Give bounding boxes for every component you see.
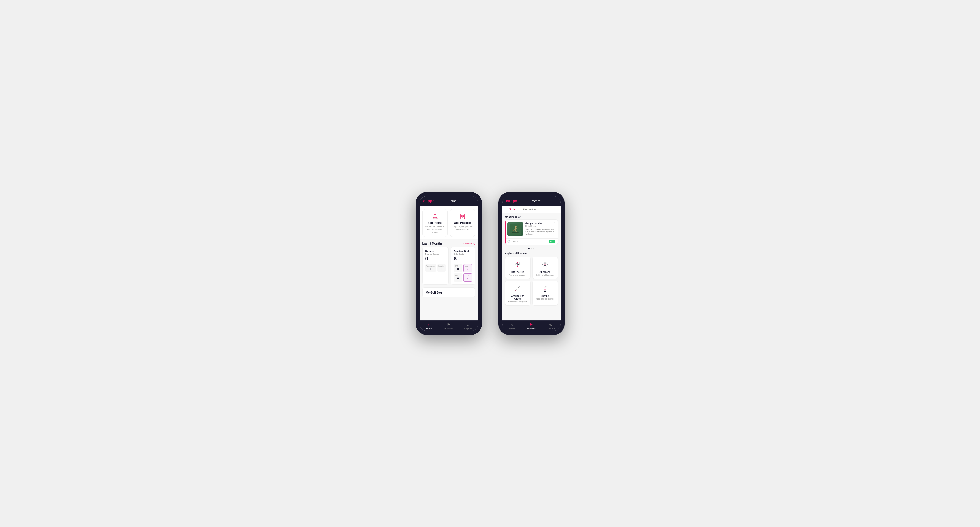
phone-home: clippd Home Add Round Record your shot (416, 192, 482, 335)
drill-title: Wedge Ladder (525, 222, 542, 225)
putting-title: Putting (535, 295, 555, 297)
nav-capture-label-2: Capture (547, 327, 555, 330)
add-round-title: Add Round (425, 221, 445, 224)
around-green-desc: Hone your short game (508, 301, 528, 303)
dot-2 (531, 248, 532, 249)
shots-label: 🕐 9 shots (508, 240, 518, 243)
add-practice-icon (459, 213, 466, 220)
skill-approach[interactable]: Approach Dial-in to hit the green (532, 257, 558, 279)
svg-line-47 (545, 287, 546, 287)
nav-home-label: Home (426, 327, 432, 330)
skill-putting[interactable]: Putting Make and lag practice (532, 281, 558, 306)
approach-icon (541, 260, 549, 269)
arg-label: ARG (455, 275, 461, 276)
putt-value: 4 (465, 277, 471, 280)
add-round-card[interactable]: Add Round Record your shots in fast or e… (422, 209, 448, 237)
drill-card-inner: Wedge Ladder 50–100 yds ☆ Play 1 shot at… (505, 220, 558, 238)
rounds-grid: Tournament 0 Practice 0 (425, 264, 445, 272)
nav-capture-2[interactable]: ⊕ Capture (541, 322, 561, 330)
page-title-practice: Practice (530, 199, 541, 203)
tabs-bar: Drills Favourites (502, 206, 561, 213)
svg-point-48 (547, 286, 547, 287)
around-green-title: Around The Green (508, 295, 528, 300)
nav-activities[interactable]: ⚑ Activities (439, 322, 458, 330)
drill-title-row: Wedge Ladder 50–100 yds ☆ (525, 222, 555, 228)
putting-desc: Make and lag practice (535, 298, 555, 300)
svg-point-24 (516, 263, 517, 264)
tab-drills[interactable]: Drills (506, 206, 519, 213)
svg-point-42 (544, 289, 546, 290)
rounds-box: Rounds Rounds Capture 0 Tournament 0 Pra… (422, 247, 449, 285)
practice-drills-title: Practice Drills (454, 250, 472, 252)
drills-total: 8 (454, 256, 472, 262)
tournament-value: 0 (426, 267, 435, 271)
svg-point-23 (517, 262, 518, 263)
ott-cell: OTT 0 (454, 264, 462, 272)
putting-icon-area (535, 284, 555, 294)
stats-container: Rounds Rounds Capture 0 Tournament 0 Pra… (420, 247, 478, 287)
home-icon: ⌂ (428, 322, 430, 327)
view-activity-link[interactable]: View Activity (463, 242, 475, 245)
drills-capture-label: Drills Capture (454, 253, 472, 255)
activities-icon: ⚑ (447, 322, 450, 327)
bottom-nav-practice: ⌂ Home ⚑ Activities ⊕ Capture (502, 321, 561, 331)
favourite-star-icon[interactable]: ☆ (553, 222, 555, 225)
dot-1 (528, 248, 530, 249)
svg-point-39 (517, 290, 517, 290)
svg-point-43 (545, 287, 546, 288)
nav-home-2[interactable]: ⌂ Home (502, 322, 522, 330)
practice-content: Most Popular (502, 213, 561, 321)
my-golf-bag[interactable]: My Golf Bag › (422, 287, 475, 297)
nav-home[interactable]: ⌂ Home (420, 322, 439, 330)
approach-icon-area (535, 260, 555, 270)
carousel-dots (502, 247, 561, 251)
last3months-label: Last 3 Months (422, 242, 443, 245)
svg-point-10 (515, 226, 517, 228)
tab-favourites[interactable]: Favourites (520, 206, 540, 213)
skill-around-green[interactable]: Around The Green Hone your short game (505, 281, 531, 306)
svg-point-2 (434, 218, 435, 219)
app-cell: APP 4 (463, 264, 472, 272)
activities-icon-2: ⚑ (530, 322, 533, 327)
capture-icon-2: ⊕ (549, 322, 552, 327)
skill-grid: Off The Tee Power and accuracy (502, 257, 561, 308)
menu-icon-2[interactable] (553, 200, 557, 202)
bottom-nav-home: ⌂ Home ⚑ Activities ⊕ Capture (420, 321, 478, 331)
approach-title: Approach (535, 271, 555, 273)
app-logo-2: clippd (506, 199, 517, 203)
nav-capture-label: Capture (464, 327, 472, 330)
add-practice-card[interactable]: Add Practice Capture your practice off-t… (450, 209, 475, 237)
tournament-cell: Tournament 0 (425, 264, 436, 272)
add-round-icon (431, 213, 439, 220)
add-round-desc: Record your shots in fast or enhanced mo… (425, 225, 445, 233)
add-practice-desc: Capture your practice off-the-course (452, 225, 473, 231)
off-the-tee-title: Off The Tee (508, 271, 528, 273)
arg-value: 0 (455, 277, 461, 280)
menu-icon[interactable] (470, 200, 474, 202)
drills-grid: OTT 0 APP 4 ARG 0 PUTT 4 (454, 264, 472, 282)
svg-point-25 (519, 263, 520, 264)
off-the-tee-desc: Power and accuracy (508, 274, 528, 276)
svg-point-44 (546, 286, 547, 287)
practice-label: Practice (438, 265, 444, 267)
drill-info: Wedge Ladder 50–100 yds ☆ Play 1 shot at… (525, 222, 555, 236)
rounds-title: Rounds (425, 250, 445, 252)
svg-point-28 (545, 264, 546, 265)
drill-distance: 50–100 yds (525, 225, 542, 227)
capture-icon: ⊕ (466, 322, 470, 327)
around-green-icon (513, 284, 522, 293)
nav-capture[interactable]: ⊕ Capture (458, 322, 478, 330)
header-practice: clippd Practice (502, 196, 561, 206)
action-cards-container: Add Round Record your shots in fast or e… (420, 206, 478, 239)
svg-point-33 (545, 262, 545, 263)
svg-point-17 (517, 266, 518, 267)
drill-card-wedge[interactable]: Wedge Ladder 50–100 yds ☆ Play 1 shot at… (505, 219, 558, 245)
putt-cell: PUTT 4 (463, 273, 472, 282)
off-the-tee-icon-area (508, 260, 528, 270)
nav-activities-label: Activities (444, 327, 453, 330)
skill-off-the-tee[interactable]: Off The Tee Power and accuracy (505, 257, 531, 279)
tournament-label: Tournament (426, 265, 435, 267)
nav-activities-2[interactable]: ⚑ Activities (522, 322, 541, 330)
rounds-total: 0 (425, 256, 445, 262)
arg-cell: ARG 0 (454, 273, 462, 282)
